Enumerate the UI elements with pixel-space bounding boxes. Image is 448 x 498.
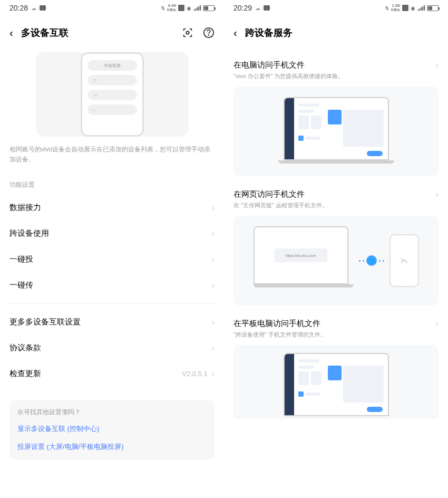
- signal-icon: [417, 5, 425, 11]
- status-time: 20:28: [9, 4, 28, 12]
- description-text: 相同账号的vivo设备会自动展示在已添加的设备列表，您可以管理手动添加设备。: [0, 145, 224, 165]
- right-screenshot: 20:29 ☁ ⇅ 1.90 KB/s ◉ ‹ 跨设备服务 在电脑访问手机文件: [224, 0, 448, 498]
- signal-icon: [193, 5, 201, 11]
- chevron-right-icon: ›: [212, 229, 215, 238]
- data-arrows-icon: ⇅: [161, 5, 165, 11]
- network-speed: 4.40 KB/s: [167, 4, 176, 12]
- card-tablet-illustration: [233, 345, 439, 419]
- device-illustration: 开始投屏 ◇ ▭ ⌂: [36, 52, 189, 137]
- chevron-right-icon: ›: [436, 61, 439, 70]
- connection-dots: 🌐: [359, 255, 384, 266]
- back-button[interactable]: ‹: [9, 27, 13, 39]
- status-time: 20:29: [233, 4, 252, 12]
- row-data-relay[interactable]: 数据接力 ›: [0, 195, 224, 221]
- network-speed: 1.90 KB/s: [391, 4, 400, 12]
- wifi-icon: ◉: [187, 5, 191, 11]
- battery-icon: [427, 5, 439, 11]
- phone-illustration: [389, 234, 419, 287]
- svg-point-2: [209, 35, 209, 35]
- globe-icon: 🌐: [366, 255, 377, 266]
- hint-title: 在寻找其他设置项吗？: [17, 408, 207, 417]
- cloud-icon: ☁: [31, 5, 36, 11]
- card-web-illustration: https://as.vivo.com 🌐: [233, 216, 439, 305]
- card-pc-illustration: [233, 87, 439, 176]
- status-bar: 20:29 ☁ ⇅ 1.90 KB/s ◉: [224, 0, 448, 16]
- chevron-right-icon: ›: [212, 281, 215, 290]
- cloud-icon: ☁: [255, 5, 260, 11]
- url-text: https://as.vivo.com: [275, 248, 327, 262]
- chevron-right-icon: ›: [436, 319, 439, 329]
- hint-box: 在寻找其他设置项吗？ 显示多设备互联 (控制中心) 投屏设置 (大屏/电脑/平板…: [9, 400, 215, 459]
- vpn-icon: [402, 5, 408, 11]
- page-title: 跨设备服务: [245, 26, 293, 39]
- card-pc-subtitle: "vivo 办公套件" 为您提供高效便捷的体验。: [233, 72, 439, 80]
- chevron-right-icon: ›: [212, 203, 215, 213]
- chevron-right-icon: ›: [212, 343, 215, 353]
- row-more-settings[interactable]: 更多多设备互联设置 ›: [0, 309, 224, 335]
- version-text: V2.0.5.1: [182, 370, 207, 378]
- row-cross-device[interactable]: 跨设备使用 ›: [0, 221, 224, 246]
- card-pc-access[interactable]: 在电脑访问手机文件 ›: [233, 47, 439, 72]
- chevron-right-icon: ›: [212, 318, 215, 327]
- hint-link-cast-settings[interactable]: 投屏设置 (大屏/电脑/平板电脑投屏): [17, 442, 207, 452]
- left-screenshot: 20:28 ☁ ⇅ 4.40 KB/s ◉ ‹ 多设备互联: [0, 0, 224, 498]
- wifi-icon: ◉: [411, 5, 415, 11]
- section-label: 功能设置: [0, 165, 224, 195]
- chevron-right-icon: ›: [436, 190, 439, 199]
- status-bar: 20:28 ☁ ⇅ 4.40 KB/s ◉: [0, 0, 224, 16]
- row-one-touch-cast[interactable]: 一碰投 ›: [0, 246, 224, 272]
- divider: [9, 303, 215, 304]
- page-title: 多设备互联: [21, 26, 69, 39]
- card-web-subtitle: 在 "互传网页版" 远程管理手机文件。: [233, 202, 439, 209]
- card-tablet-subtitle: "跨设备使用" 手机文件管理的文件。: [233, 331, 439, 339]
- svg-point-0: [186, 31, 189, 34]
- battery-icon: [203, 5, 215, 11]
- scan-icon[interactable]: [182, 27, 193, 39]
- vpn-icon: [178, 5, 184, 11]
- page-header: ‹ 多设备互联: [0, 16, 224, 47]
- row-check-update[interactable]: 检查更新 V2.0.5.1 ›: [0, 361, 224, 387]
- hint-link-control-center[interactable]: 显示多设备互联 (控制中心): [17, 424, 207, 434]
- mail-icon: [264, 5, 270, 11]
- illustration-cast-label: 开始投屏: [87, 60, 137, 71]
- back-button[interactable]: ‹: [233, 27, 237, 39]
- data-arrows-icon: ⇅: [385, 5, 389, 11]
- card-web-access[interactable]: 在网页访问手机文件 ›: [233, 176, 439, 202]
- row-one-touch-transfer[interactable]: 一碰传 ›: [0, 272, 224, 298]
- chevron-right-icon: ›: [212, 255, 215, 264]
- card-tablet-access[interactable]: 在平板电脑访问手机文件 ›: [233, 305, 439, 331]
- help-icon[interactable]: [203, 27, 215, 39]
- mail-icon: [40, 5, 46, 11]
- page-header: ‹ 跨设备服务: [224, 16, 448, 47]
- chevron-right-icon: ›: [212, 369, 215, 379]
- row-terms[interactable]: 协议条款 ›: [0, 335, 224, 361]
